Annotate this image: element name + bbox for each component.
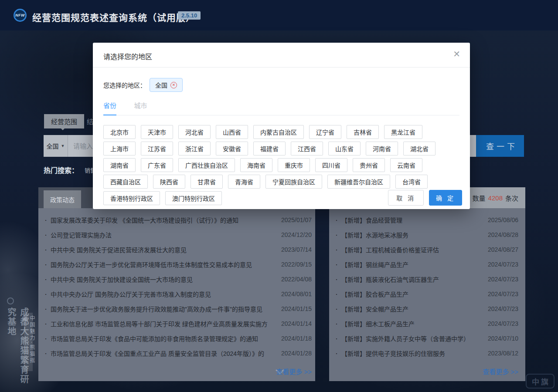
item-text: 【新增】水源地采冰服务 (341, 230, 483, 239)
province-button[interactable]: 湖南省 (103, 158, 136, 172)
item-text: 【新增】钢丝绳产品生产 (341, 260, 483, 269)
policy-item[interactable]: ·工业和信息化部 市场监管总局等十部门关于印发 绿色建材产业高质量发展实施方20… (38, 316, 315, 331)
province-button[interactable]: 湖北省 (403, 142, 436, 155)
new-item[interactable]: ·【新增】食品经营管理2025/08/06 (329, 213, 525, 227)
policy-item[interactable]: ·市场监管总局关于印发《食品中可能添加的非食用物质名录管理规定》的通知2024/… (38, 331, 315, 346)
item-date: 2024/01/18 (281, 335, 312, 342)
province-button[interactable]: 重庆市 (278, 158, 310, 172)
province-button[interactable]: 江苏省 (141, 142, 173, 155)
bullet-icon: · (335, 260, 338, 268)
province-button[interactable]: 黑龙江省 (384, 125, 422, 139)
policy-item[interactable]: ·中共中央 国务院关于加快建设全国统一大市场的意见2022/04/08 (38, 272, 315, 287)
selected-region-chip: 全国 ✕ (150, 78, 183, 92)
item-date: 2024/07/23 (488, 305, 518, 312)
item-text: 工业和信息化部 市场监管总局等十部门关于印发 绿色建材产业高质量发展实施方 (51, 319, 276, 328)
region-select-modal: 请选择您的地区 ✕ 您选择的地区： 全国 ✕ 省份 城市 北京市天津市河北省山西… (93, 43, 470, 209)
province-button[interactable]: 上海市 (103, 142, 136, 155)
province-button[interactable]: 山西省 (216, 125, 248, 139)
province-button[interactable]: 浙江省 (178, 142, 211, 155)
bullet-icon: · (335, 275, 338, 283)
item-text: 【新增】胶合板产品生产 (341, 290, 483, 298)
bullet-icon: · (44, 246, 47, 253)
province-button[interactable]: 河南省 (366, 142, 398, 155)
modal-body: 您选择的地区： 全国 ✕ 省份 城市 北京市天津市河北省山西省内蒙古自治区辽宁省… (93, 78, 470, 205)
item-date: 2025/01/07 (281, 216, 312, 223)
remove-region-icon[interactable]: ✕ (170, 82, 177, 88)
policy-item[interactable]: ·中共中央办公厅 国务院办公厅关于完善市场准入制度的意见2024/08/01 (38, 287, 315, 301)
bullet-icon: · (44, 231, 47, 239)
new-items-more-link[interactable]: 查看更多 >> (483, 367, 518, 376)
item-text: 国务院办公厅关于进一步优化营商环境降低市场主体制度性交易成本的意见 (51, 260, 276, 269)
new-item[interactable]: ·【新增】提供电子竞技娱乐的住宿服务2023/08/12 (329, 346, 525, 361)
panda-slogan-watermark: 中国魅力·熊猫摇篮 (24, 313, 33, 371)
policy-item[interactable]: ·公司登记管理实施办法2024/12/20 (38, 227, 315, 242)
province-button[interactable]: 北京市 (103, 125, 136, 139)
confirm-button[interactable]: 确 定 (429, 190, 462, 206)
policy-item[interactable]: ·国务院办公厅关于进一步优化营商环境降低市场主体制度性交易成本的意见2022/0… (38, 257, 315, 272)
province-button[interactable]: 新疆维吾尔自治区 (327, 175, 390, 189)
province-button[interactable]: 甘肃省 (191, 175, 223, 189)
app-title: 经营范围规范表述查询系统（试用版） (32, 10, 195, 24)
province-button[interactable]: 青海省 (228, 175, 260, 189)
province-button[interactable]: 山东省 (328, 142, 361, 155)
bullet-icon: · (44, 275, 47, 283)
province-button[interactable]: 辽宁省 (309, 125, 341, 139)
province-button[interactable]: 广东省 (141, 158, 173, 172)
bullet-icon: · (44, 335, 47, 342)
province-button[interactable]: 广西壮族自治区 (178, 158, 235, 172)
new-item[interactable]: ·【新增】工程机械设备价格鉴证评估2024/08/27 (329, 242, 525, 257)
cancel-button[interactable]: 取 消 (388, 190, 424, 206)
policy-item[interactable]: ·国务院关于进一步优化政务服务提升行政效能推动"高效办成一件事"的指导意见202… (38, 301, 315, 316)
zhongqi-badge: 中旗 (526, 374, 555, 389)
tab-city[interactable]: 城市 (134, 101, 147, 115)
province-button[interactable]: 西藏自治区 (103, 175, 148, 189)
hot-search-label: 热门搜索： (44, 165, 78, 175)
region-select[interactable]: 全国 ▼ (44, 135, 68, 157)
tab-policy-news[interactable]: 政策动态 (44, 190, 81, 208)
bullet-icon: · (335, 305, 338, 313)
item-text: 市场监管总局关于印发《全国重点工业产品 质量安全监管目录（2024年版）》的 (51, 349, 276, 358)
province-button[interactable]: 海南省 (240, 158, 272, 172)
province-button[interactable]: 河北省 (178, 125, 211, 139)
item-text: 【新增】瓶装液化石油气调压器生产 (341, 275, 483, 284)
province-button[interactable]: 天津市 (141, 125, 173, 139)
province-button[interactable]: 贵州省 (353, 158, 385, 172)
province-button[interactable]: 宁夏回族自治区 (265, 175, 322, 189)
province-button[interactable]: 澳门特别行政区 (165, 191, 222, 205)
item-date: 2025/08/06 (488, 216, 518, 223)
new-item[interactable]: ·【新增】胶合板产品生产2024/07/23 (329, 287, 525, 301)
province-button[interactable]: 安徽省 (216, 142, 248, 155)
tab-province[interactable]: 省份 (103, 101, 116, 115)
province-button[interactable]: 香港特别行政区 (103, 191, 160, 205)
tab-business-scope[interactable]: 经营范围 (44, 114, 84, 128)
item-text: 【新增】安全帽产品生产 (341, 304, 483, 313)
province-button[interactable]: 内蒙古自治区 (253, 125, 304, 139)
new-item[interactable]: ·【新增】细木工板产品生产2024/07/23 (329, 316, 525, 331)
bullet-icon: · (335, 246, 338, 253)
policy-item[interactable]: ·市场监管总局关于印发《全国重点工业产品 质量安全监管目录（2024年版）》的2… (38, 346, 315, 361)
province-button[interactable]: 福建省 (253, 142, 286, 155)
policy-item[interactable]: ·国家发展改革委关于印发 《全国统一大市场建设指引（试行）》的通知2025/01… (38, 213, 315, 227)
new-item[interactable]: ·【新增】安全帽产品生产2024/07/23 (329, 301, 525, 316)
item-date: 2023/08/12 (488, 350, 518, 357)
province-button[interactable]: 陕西省 (153, 175, 185, 189)
province-button[interactable]: 江西省 (291, 142, 323, 155)
province-button[interactable]: 台湾省 (395, 175, 428, 189)
new-item[interactable]: ·【新增】钢丝绳产品生产2024/07/23 (329, 257, 525, 272)
policy-more-link[interactable]: 查看更多 >> (276, 367, 312, 376)
close-icon[interactable]: ✕ (453, 50, 460, 58)
province-button[interactable]: 吉林省 (347, 125, 379, 139)
policy-item[interactable]: ·中共中央 国务院关于促进民营经济发展壮大的意见2023/07/14 (38, 242, 315, 257)
new-item[interactable]: ·【新增】瓶装液化石油气调压器生产2024/07/23 (329, 272, 525, 287)
new-item[interactable]: ·【新增】水源地采冰服务2024/08/28 (329, 227, 525, 242)
tab-partial[interactable]: 结 (87, 117, 93, 126)
item-text: 公司登记管理实施办法 (51, 230, 276, 239)
item-date: 2024/07/23 (488, 291, 518, 297)
item-date: 2024/01/28 (281, 350, 312, 357)
item-text: 中共中央 国务院关于促进民营经济发展壮大的意见 (51, 245, 276, 254)
bullet-icon: · (335, 320, 338, 328)
province-button[interactable]: 四川省 (315, 158, 347, 172)
search-button[interactable]: 查一下 (476, 135, 524, 157)
province-button[interactable]: 云南省 (390, 158, 422, 172)
new-item[interactable]: ·【新增】实施外籍人员子女中等（含普通中学）2024/07/10 (329, 331, 525, 346)
